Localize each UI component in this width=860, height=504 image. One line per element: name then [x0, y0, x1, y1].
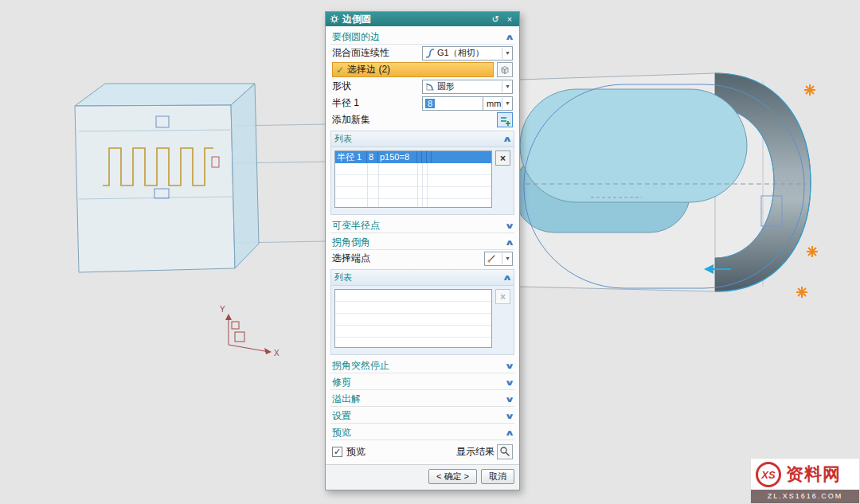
- unit-select[interactable]: mm ▼: [483, 96, 513, 111]
- wcs-axes[interactable]: [225, 314, 272, 354]
- radius-list-table[interactable]: 半径 1 8 p150=8: [334, 150, 492, 208]
- magnifier-icon: [499, 446, 510, 457]
- preview-checkbox[interactable]: ✓ 预览: [332, 445, 366, 459]
- chevron-up-icon[interactable]: ∧: [502, 273, 512, 282]
- radius-label: 半径 1: [332, 96, 359, 110]
- shape-row: 形状 圆形 ▼: [330, 78, 514, 95]
- delete-icon: ×: [500, 291, 506, 303]
- watermark-logo-text: XS: [761, 469, 775, 481]
- check-icon: ✓: [336, 64, 344, 76]
- chevron-down-icon[interactable]: ∨: [504, 221, 514, 230]
- chevron-up-icon[interactable]: ∧: [504, 428, 514, 437]
- corner-list-label: 列表: [334, 272, 352, 283]
- section-title-edges: 要倒圆的边: [332, 30, 380, 44]
- radius-row: 半径 1 8 mm ▼: [330, 95, 514, 111]
- corner-list-group: 列表 ∧ ×: [330, 269, 514, 355]
- dialog-titlebar[interactable]: 边倒圆 ↺ ×: [326, 12, 519, 26]
- select-endpoint-label: 选择端点: [332, 252, 370, 265]
- cancel-button[interactable]: 取消: [481, 469, 514, 484]
- row-expression: p150=8: [378, 151, 417, 163]
- show-result-label: 显示结果: [456, 445, 494, 459]
- reset-icon[interactable]: ↺: [490, 14, 501, 25]
- chevron-up-icon[interactable]: ∧: [504, 33, 514, 41]
- nx-application-window: X Y 边倒圆 ↺ × 要倒圆的边 ∧: [0, 0, 860, 504]
- section-title-settings: 设置: [332, 409, 351, 423]
- shape-select[interactable]: 圆形 ▼: [422, 80, 513, 94]
- radius-list-row-selected[interactable]: 半径 1 8 p150=8: [335, 151, 491, 163]
- radius-input[interactable]: 8: [422, 96, 483, 111]
- chevron-down-icon[interactable]: ∨: [504, 412, 514, 420]
- device-left-case[interactable]: [75, 84, 259, 272]
- section-title-preview: 预览: [332, 426, 351, 440]
- delete-icon: ×: [500, 153, 506, 164]
- chevron-down-icon[interactable]: ∨: [504, 361, 514, 370]
- dialog-title: 边倒圆: [342, 12, 487, 26]
- corner-list-header[interactable]: 列表 ∧: [331, 270, 514, 286]
- x-axis-label: X: [274, 349, 280, 357]
- continuity-label: 混合面连续性: [332, 46, 389, 60]
- gear-icon: [330, 14, 339, 24]
- section-title-corner: 拐角倒角: [332, 236, 370, 249]
- ok-button[interactable]: < 确定 >: [428, 469, 477, 484]
- edge-blend-dialog: 边倒圆 ↺ × 要倒圆的边 ∧ 混合面连续性 G1（相切） ▼: [325, 11, 520, 490]
- select-endpoint-button[interactable]: ▼: [484, 252, 513, 266]
- section-title-stop-short: 拐角突然停止: [332, 359, 389, 373]
- chevron-down-icon[interactable]: ∨: [504, 378, 514, 387]
- select-edge-label: 选择边 (2): [347, 63, 390, 76]
- dropdown-arrow-icon: ▼: [502, 48, 510, 59]
- unit-value: mm: [487, 99, 501, 108]
- watermark: XS 资料网 ZL.XS1616.COM: [750, 458, 860, 504]
- radius-list-group: 列表 ∧ 半径 1 8 p150=8: [330, 131, 514, 215]
- radius-list-header[interactable]: 列表 ∧: [331, 131, 514, 147]
- dropdown-arrow-icon: ▼: [502, 253, 510, 264]
- g1-tangent-icon: [425, 49, 435, 58]
- chevron-up-icon[interactable]: ∧: [504, 238, 514, 247]
- remove-set-button[interactable]: ×: [495, 150, 510, 166]
- solid-body-filter-button[interactable]: [497, 62, 513, 77]
- close-icon[interactable]: ×: [504, 14, 515, 24]
- section-header-variable-radius[interactable]: 可变半径点 ∨: [330, 218, 514, 233]
- continuity-select[interactable]: G1（相切） ▼: [422, 46, 513, 61]
- chevron-down-icon[interactable]: ∨: [504, 395, 514, 404]
- corner-list-table[interactable]: [334, 289, 492, 348]
- preview-checkbox-label: 预览: [346, 445, 366, 459]
- dropdown-arrow-icon: ▼: [502, 81, 510, 92]
- section-title-overflow: 溢出解: [332, 393, 361, 406]
- cube-icon: [499, 64, 510, 76]
- select-endpoint-row: 选择端点 ▼: [330, 250, 514, 267]
- add-new-set-button[interactable]: [497, 112, 513, 127]
- watermark-brand: 资料网: [786, 463, 841, 486]
- row-radius: 8: [367, 151, 378, 163]
- select-edge-row-wrap: ✓ 选择边 (2): [330, 61, 514, 78]
- continuity-row: 混合面连续性 G1（相切） ▼: [330, 45, 514, 61]
- section-header-preview[interactable]: 预览 ∧: [330, 425, 514, 440]
- show-result-button[interactable]: [497, 444, 513, 459]
- add-new-set-icon: [499, 115, 510, 126]
- shape-value: 圆形: [437, 80, 499, 92]
- dialog-footer: < 确定 > 取消: [326, 464, 519, 490]
- section-title-variable-radius: 可变半径点: [332, 219, 380, 232]
- section-header-edges[interactable]: 要倒圆的边 ∧: [330, 29, 514, 45]
- list-label: 列表: [334, 133, 352, 145]
- y-axis-label: Y: [220, 305, 225, 314]
- watermark-url: ZL.XS1616.COM: [751, 490, 859, 503]
- continuity-value: G1（相切）: [437, 47, 499, 59]
- add-new-set-row: 添加新集: [330, 111, 514, 128]
- add-new-set-label: 添加新集: [332, 113, 370, 127]
- checkbox-checked-icon: ✓: [332, 447, 342, 457]
- dropdown-arrow-icon: ▼: [502, 98, 510, 109]
- radius-value: 8: [425, 99, 435, 108]
- section-header-corner[interactable]: 拐角倒角 ∧: [330, 235, 514, 250]
- section-header-settings[interactable]: 设置 ∨: [330, 408, 514, 424]
- chevron-up-icon[interactable]: ∧: [502, 135, 512, 143]
- shape-label: 形状: [332, 80, 351, 93]
- watermark-logo: XS: [756, 462, 781, 487]
- dialog-body: 要倒圆的边 ∧ 混合面连续性 G1（相切） ▼ ✓ 选择边 (2): [326, 26, 519, 464]
- row-name: 半径 1: [335, 151, 367, 163]
- section-header-stop-short[interactable]: 拐角突然停止 ∨: [330, 358, 514, 373]
- preview-row: ✓ 预览 显示结果: [330, 442, 514, 461]
- radius-control: 8 mm ▼: [422, 96, 513, 111]
- section-header-trim[interactable]: 修剪 ∨: [330, 375, 514, 390]
- section-header-overflow[interactable]: 溢出解 ∨: [330, 392, 514, 407]
- select-edge-row[interactable]: ✓ 选择边 (2): [332, 62, 494, 77]
